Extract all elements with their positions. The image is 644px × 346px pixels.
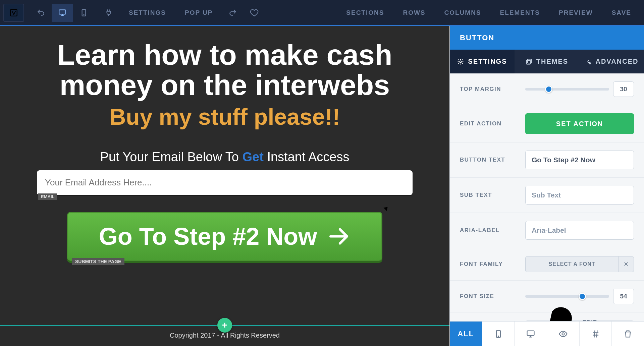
- lead-pre: Put Your Email Below To: [100, 150, 243, 164]
- dock-desktop[interactable]: [515, 322, 547, 346]
- prop-aria-label-label: ARIA-LABEL: [460, 227, 519, 234]
- top-margin-slider[interactable]: [525, 88, 609, 91]
- plug-icon[interactable]: [98, 4, 119, 22]
- add-section-button[interactable]: +: [217, 318, 232, 333]
- prop-sub-text: SUB TEXT: [450, 178, 644, 213]
- undo-button[interactable]: [30, 4, 52, 22]
- svg-rect-6: [526, 60, 530, 64]
- dock-id[interactable]: [580, 322, 612, 346]
- settings-button[interactable]: SETTINGS: [119, 4, 175, 22]
- font-family-select[interactable]: SELECT A FONT: [525, 256, 619, 272]
- font-family-clear[interactable]: ✕: [619, 256, 634, 272]
- tab-themes-label: THEMES: [536, 58, 568, 65]
- mobile-view-toggle[interactable]: [73, 4, 95, 22]
- sub-text-field[interactable]: [525, 186, 634, 205]
- dock-delete[interactable]: [612, 322, 644, 346]
- save-button[interactable]: SAVE: [602, 4, 641, 22]
- button-text-field[interactable]: [525, 151, 634, 169]
- tab-advanced-label: ADVANCED: [596, 58, 639, 65]
- font-size-value[interactable]: 54: [613, 289, 634, 304]
- tab-settings-label: SETTINGS: [468, 58, 507, 65]
- prop-mobile-size: MOBILE SIZE EDIT MOBILE SIZE 14PX: [450, 312, 644, 321]
- svg-point-3: [84, 14, 84, 15]
- prop-font-family-label: FONT FAMILY: [460, 261, 519, 268]
- top-margin-value[interactable]: 30: [613, 81, 634, 97]
- gear-icon: [457, 58, 464, 65]
- popup-button[interactable]: POP UP: [175, 4, 222, 22]
- lead-post: Instant Access: [264, 150, 350, 164]
- hash-icon: [591, 329, 600, 339]
- dock-mobile[interactable]: [482, 322, 515, 346]
- tab-themes[interactable]: THEMES: [515, 50, 579, 73]
- lead-text[interactable]: Put Your Email Below To Get Instant Acce…: [17, 150, 433, 164]
- app-logo[interactable]: [3, 4, 24, 22]
- cta-button-label: Go To Step #2 Now: [99, 223, 317, 250]
- prop-button-text: BUTTON TEXT: [450, 142, 644, 178]
- redo-button[interactable]: [222, 4, 244, 22]
- font-size-slider[interactable]: [525, 295, 609, 298]
- dock-all[interactable]: ALL: [450, 322, 482, 346]
- wrench-icon: [585, 58, 592, 65]
- panel-dock: ALL: [450, 321, 644, 346]
- arrow-right-icon: [327, 225, 351, 248]
- email-field-tag: EMAIL: [38, 193, 57, 200]
- svg-point-10: [562, 333, 564, 335]
- dock-visibility[interactable]: [547, 322, 580, 346]
- cta-button[interactable]: Go To Step #2 Now: [67, 212, 382, 261]
- prop-sub-text-label: SUB TEXT: [460, 192, 519, 198]
- heart-icon[interactable]: [244, 4, 265, 22]
- panel-tabs: SETTINGS THEMES ADVANCED: [450, 50, 644, 73]
- topbar: SETTINGS POP UP SECTIONS ROWS COLUMNS EL…: [0, 0, 644, 26]
- editor-canvas[interactable]: Learn how to make cash money on the inte…: [0, 26, 449, 346]
- svg-point-8: [498, 336, 498, 336]
- svg-rect-9: [527, 331, 534, 335]
- svg-point-4: [460, 61, 462, 62]
- preview-button[interactable]: PREVIEW: [549, 4, 602, 22]
- panel-title: BUTTON: [450, 26, 644, 50]
- tab-settings[interactable]: SETTINGS: [450, 50, 515, 73]
- headline[interactable]: Learn how to make cash money on the inte…: [17, 40, 433, 100]
- lead-highlight: Get: [242, 150, 263, 164]
- mobile-icon: [494, 329, 503, 339]
- prop-button-text-label: BUTTON TEXT: [460, 157, 519, 163]
- desktop-view-toggle[interactable]: [52, 4, 73, 22]
- prop-top-margin: TOP MARGIN 30: [450, 73, 644, 105]
- aria-label-field[interactable]: [525, 221, 634, 240]
- subheadline[interactable]: Buy my stuff please!!: [17, 104, 433, 130]
- svg-rect-1: [59, 10, 66, 14]
- desktop-icon: [526, 329, 535, 339]
- themes-icon: [526, 58, 532, 65]
- copyright-text[interactable]: Copyright 2017 - All Rights Reserved: [0, 332, 449, 339]
- elements-button[interactable]: ELEMENTS: [491, 4, 549, 22]
- tab-advanced[interactable]: ADVANCED: [579, 50, 644, 73]
- rows-button[interactable]: ROWS: [393, 4, 435, 22]
- prop-edit-action-label: EDIT ACTION: [460, 120, 519, 127]
- prop-font-size-label: FONT SIZE: [460, 293, 519, 300]
- columns-button[interactable]: COLUMNS: [435, 4, 491, 22]
- link-icon: [526, 303, 579, 321]
- email-field[interactable]: [37, 170, 413, 195]
- sections-button[interactable]: SECTIONS: [337, 4, 393, 22]
- svg-rect-5: [528, 59, 532, 63]
- prop-top-margin-label: TOP MARGIN: [460, 86, 519, 93]
- eye-icon: [558, 329, 568, 339]
- trash-icon: [623, 329, 633, 339]
- cta-button-tag: SUBMITS THE PAGE: [72, 258, 124, 265]
- properties-panel: BUTTON SETTINGS THEMES ADVANCED TOP MARG…: [449, 26, 644, 346]
- prop-font-family: FONT FAMILY SELECT A FONT ✕: [450, 248, 644, 281]
- set-action-button[interactable]: SET ACTION: [525, 113, 634, 134]
- prop-aria-label: ARIA-LABEL: [450, 213, 644, 248]
- prop-edit-action: EDIT ACTION SET ACTION: [450, 105, 644, 142]
